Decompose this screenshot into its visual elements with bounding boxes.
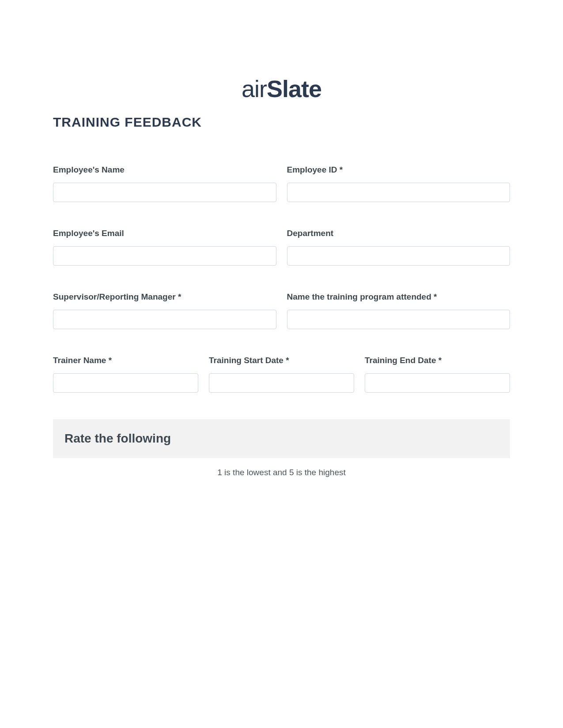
field-department: Department [287,229,510,266]
row-1: Employee's Name Employee ID * [53,165,510,202]
row-3: Supervisor/Reporting Manager * Name the … [53,292,510,329]
label-training-program: Name the training program attended * [287,292,510,302]
field-supervisor: Supervisor/Reporting Manager * [53,292,276,329]
label-employee-name: Employee's Name [53,165,276,175]
label-training-end: Training End Date * [365,356,510,365]
input-trainer-name[interactable] [53,373,198,393]
label-employee-email: Employee's Email [53,229,276,238]
input-supervisor[interactable] [53,310,276,329]
brand-suffix: Slate [267,75,321,102]
label-training-start: Training Start Date * [209,356,354,365]
row-4: Trainer Name * Training Start Date * Tra… [53,356,510,393]
rating-section-subtitle: 1 is the lowest and 5 is the highest [53,468,510,477]
field-training-program: Name the training program attended * [287,292,510,329]
field-training-end: Training End Date * [365,356,510,393]
input-training-start[interactable] [209,373,354,393]
brand-prefix: air [242,75,267,102]
label-employee-id: Employee ID * [287,165,510,175]
input-training-program[interactable] [287,310,510,329]
input-department[interactable] [287,246,510,266]
field-training-start: Training Start Date * [209,356,354,393]
logo-container: airSlate [53,0,510,111]
input-employee-name[interactable] [53,183,276,202]
label-supervisor: Supervisor/Reporting Manager * [53,292,276,302]
field-employee-email: Employee's Email [53,229,276,266]
field-employee-id: Employee ID * [287,165,510,202]
field-employee-name: Employee's Name [53,165,276,202]
label-trainer-name: Trainer Name * [53,356,198,365]
row-2: Employee's Email Department [53,229,510,266]
form-page: airSlate TRAINING FEEDBACK Employee's Na… [0,0,563,477]
brand-logo: airSlate [242,75,321,102]
page-title: TRAINING FEEDBACK [53,115,510,130]
input-employee-email[interactable] [53,246,276,266]
rating-section-header: Rate the following [53,419,510,458]
input-training-end[interactable] [365,373,510,393]
label-department: Department [287,229,510,238]
field-trainer-name: Trainer Name * [53,356,198,393]
rating-section-title: Rate the following [64,432,499,446]
input-employee-id[interactable] [287,183,510,202]
